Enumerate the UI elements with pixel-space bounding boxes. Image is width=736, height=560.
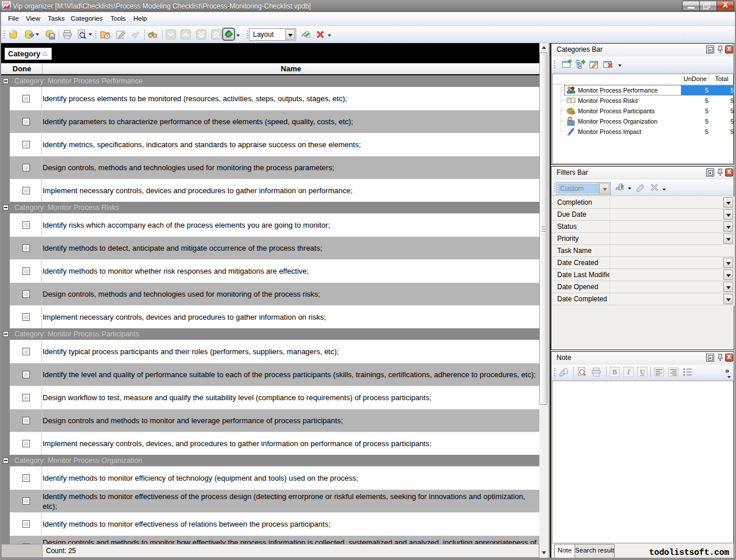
svg-text:U: U [640, 368, 645, 376]
svg-text:B: B [612, 368, 617, 376]
